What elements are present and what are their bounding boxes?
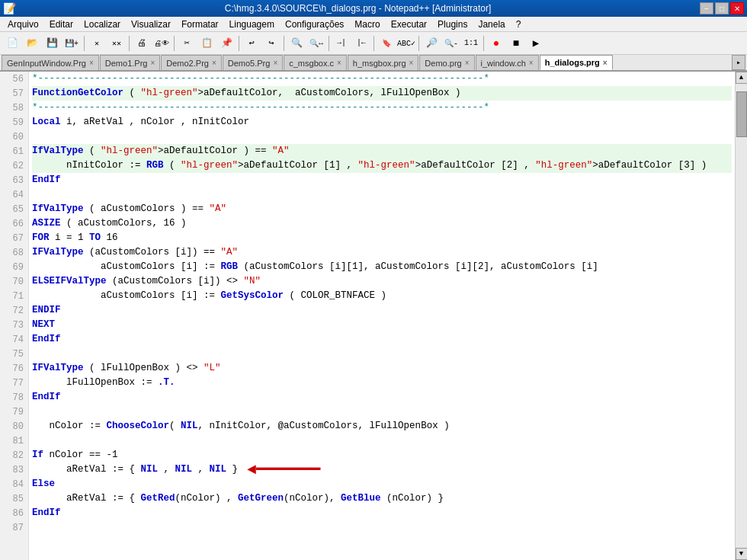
- zoom-reset-button[interactable]: 1:1: [462, 34, 480, 53]
- print-preview-button[interactable]: 🖨👁: [152, 34, 171, 53]
- code-line[interactable]: EndIf: [32, 332, 732, 347]
- replace-button[interactable]: 🔍↔: [307, 34, 325, 53]
- tab-i-window-ch[interactable]: i_window.ch×: [476, 55, 539, 70]
- line-number: 77: [0, 376, 28, 390]
- tab-close-button[interactable]: ×: [212, 59, 216, 67]
- open-button[interactable]: 📂: [23, 34, 41, 53]
- menu-item-plugins[interactable]: Plugins: [433, 18, 472, 31]
- code-line[interactable]: Else: [32, 477, 732, 491]
- tab-demo2-prg[interactable]: Demo2.Prg×: [161, 55, 221, 70]
- code-line[interactable]: nColor := ChooseColor( NIL, nInitColor, …: [32, 419, 732, 434]
- code-line[interactable]: nInitColor := RGB ( "hl-green">aDefaultC…: [32, 158, 732, 173]
- undo-button[interactable]: ↩: [242, 34, 261, 53]
- tab-close-button[interactable]: ×: [529, 59, 534, 67]
- code-line[interactable]: Local i, aRetVal , nColor , nInitColor: [32, 115, 732, 130]
- code-line[interactable]: NEXT: [32, 318, 732, 332]
- close-tab-button[interactable]: ✕: [88, 34, 106, 53]
- code-line[interactable]: [32, 130, 732, 144]
- scroll-track[interactable]: [736, 84, 748, 548]
- outdent-button[interactable]: |←: [352, 34, 370, 53]
- cut-button[interactable]: ✂: [178, 34, 196, 53]
- code-line[interactable]: [32, 520, 732, 535]
- scroll-down-button[interactable]: ▼: [736, 548, 748, 560]
- macro-stop-button[interactable]: ■: [507, 34, 525, 53]
- find-button[interactable]: 🔍: [287, 34, 306, 53]
- code-line[interactable]: lFullOpenBox := .T.: [32, 376, 732, 390]
- minimize-button[interactable]: −: [700, 2, 713, 14]
- scrollbar[interactable]: ▲ ▼: [735, 72, 747, 560]
- scroll-thumb[interactable]: [736, 91, 747, 137]
- paste-button[interactable]: 📌: [217, 34, 236, 53]
- save-button[interactable]: 💾: [43, 34, 61, 53]
- code-line[interactable]: [32, 347, 732, 361]
- tab-demo1-prg[interactable]: Demo1.Prg×: [100, 55, 160, 70]
- tab-h-msgbox-prg[interactable]: h_msgbox.prg×: [348, 55, 419, 70]
- code-line[interactable]: ENDIF: [32, 303, 732, 318]
- code-line[interactable]: FOR i = 1 TO 16: [32, 231, 732, 245]
- tab-demo5-prg[interactable]: Demo5.Prg×: [223, 55, 283, 70]
- code-line[interactable]: EndIf: [32, 173, 732, 187]
- tab-close-button[interactable]: ×: [89, 59, 94, 67]
- code-line[interactable]: Function GetColor ( "hl-green">aDefaultC…: [32, 86, 732, 101]
- maximize-button[interactable]: □: [715, 2, 729, 14]
- scroll-up-button[interactable]: ▲: [736, 72, 748, 84]
- menu-item-editar[interactable]: Editar: [45, 18, 78, 31]
- menu-item-visualizar[interactable]: Visualizar: [127, 18, 175, 31]
- macro-play-button[interactable]: ▶: [527, 34, 545, 53]
- zoom-in-button[interactable]: 🔎: [422, 34, 441, 53]
- menu-item-executar[interactable]: Executar: [386, 18, 431, 31]
- tab-demo-prg[interactable]: Demo.prg×: [419, 55, 474, 70]
- tab-h-dialogs-prg[interactable]: h_dialogs.prg×: [540, 55, 613, 70]
- code-line[interactable]: EndIf: [32, 390, 732, 405]
- code-line[interactable]: ASIZE ( aCustomColors, 16 ): [32, 216, 732, 231]
- code-line[interactable]: IF ValType (aCustomColors [i]) == "A": [32, 245, 732, 260]
- code-line[interactable]: IF ValType ( lFullOpenBox ) <> "L": [32, 361, 732, 376]
- code-line[interactable]: *---------------------------------------…: [32, 101, 732, 115]
- code-line[interactable]: ELSEIF ValType (aCustomColors [i]) <> "N…: [32, 274, 732, 289]
- menu-item-localizar[interactable]: Localizar: [79, 18, 125, 31]
- code-line[interactable]: If ValType ( "hl-green">aDefaultColor ) …: [32, 144, 732, 158]
- menu-item-?[interactable]: ?: [511, 18, 526, 31]
- code-line[interactable]: If nColor == -1: [32, 448, 732, 462]
- code-line[interactable]: aCustomColors [i] := RGB (aCustomColors …: [32, 260, 732, 274]
- comment-text: *---------------------------------------…: [32, 101, 489, 115]
- code-line[interactable]: EndIf: [32, 506, 732, 520]
- line-number: 79: [0, 405, 28, 419]
- code-line[interactable]: [32, 187, 732, 202]
- menu-item-configurações[interactable]: Configurações: [281, 18, 348, 31]
- new-button[interactable]: 📄: [3, 34, 21, 53]
- tab-geninputwindow-prg[interactable]: GenInputWindow.Prg×: [2, 55, 99, 70]
- zoom-out-button[interactable]: 🔍-: [442, 34, 460, 53]
- menu-item-linguagem[interactable]: Linguagem: [225, 18, 279, 31]
- tab-c-msgbox-c[interactable]: c_msgbox.c×: [284, 55, 347, 70]
- tab-close-button[interactable]: ×: [150, 59, 155, 67]
- menu-item-arquivo[interactable]: Arquivo: [3, 18, 43, 31]
- menu-item-janela[interactable]: Janela: [473, 18, 509, 31]
- spell-button[interactable]: ABC✓: [397, 34, 415, 53]
- code-line[interactable]: aCustomColors [i] := GetSysColor ( COLOR…: [32, 289, 732, 303]
- close-button[interactable]: ✕: [730, 2, 744, 14]
- code-line[interactable]: [32, 405, 732, 419]
- macro-record-button[interactable]: ●: [487, 34, 505, 53]
- print-button[interactable]: 🖨: [133, 34, 151, 53]
- bookmarks-button[interactable]: 🔖: [377, 34, 396, 53]
- tab-close-button[interactable]: ×: [465, 59, 470, 67]
- code-line[interactable]: aRetVal := { NIL , NIL , NIL }◄━━━━━━━: [32, 462, 732, 477]
- tab-close-button[interactable]: ×: [409, 59, 414, 67]
- code-line[interactable]: If ValType ( aCustomColors ) == "A": [32, 202, 732, 216]
- menu-item-formatar[interactable]: Formatar: [177, 18, 223, 31]
- tabs-scroll-arrow[interactable]: ▸: [732, 55, 745, 70]
- tab-close-button[interactable]: ×: [337, 59, 341, 67]
- code-area[interactable]: *---------------------------------------…: [29, 72, 735, 560]
- menu-item-macro[interactable]: Macro: [350, 18, 384, 31]
- code-line[interactable]: aRetVal := { GetRed(nColor) , GetGreen(n…: [32, 491, 732, 506]
- save-all-button[interactable]: 💾+: [63, 34, 81, 53]
- redo-button[interactable]: ↪: [262, 34, 281, 53]
- code-line[interactable]: *---------------------------------------…: [32, 72, 732, 86]
- close-all-button[interactable]: ✕✕: [107, 34, 126, 53]
- indent-button[interactable]: →|: [332, 34, 351, 53]
- copy-button[interactable]: 📋: [197, 34, 216, 53]
- tab-close-button[interactable]: ×: [273, 59, 277, 67]
- tab-close-button[interactable]: ×: [603, 59, 608, 67]
- code-line[interactable]: [32, 434, 732, 448]
